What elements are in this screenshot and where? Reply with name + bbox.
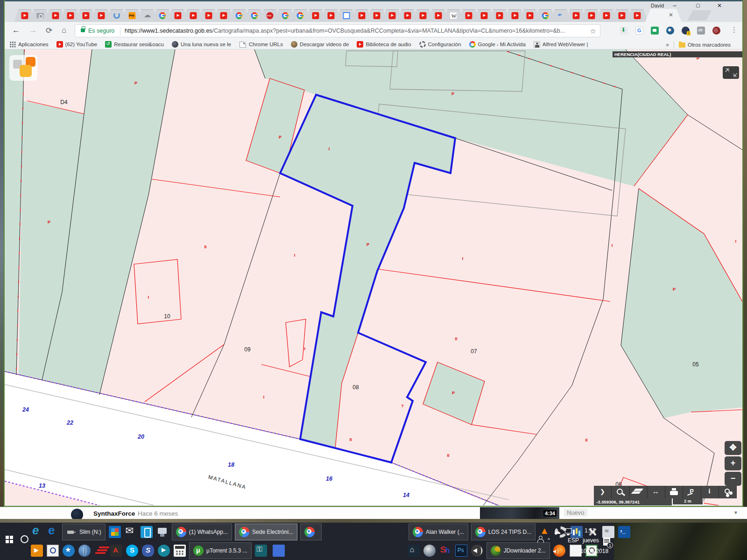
fullscreen-button[interactable]	[723, 66, 739, 79]
people-icon[interactable]	[537, 536, 543, 542]
taskbar-icon-stairs[interactable]	[94, 545, 106, 557]
map-tool-print[interactable]	[665, 486, 683, 498]
map-tool-layers[interactable]	[630, 486, 648, 498]
minimize-button[interactable]: –	[671, 2, 678, 9]
bookmark-biblioteca-de-audio[interactable]: Biblioteca de audio	[357, 41, 411, 48]
yt-icon	[56, 41, 63, 48]
taskbar-icon-searchdoc[interactable]	[47, 545, 59, 557]
pan-button[interactable]: ✥	[725, 441, 741, 455]
globe-warning-extension-icon[interactable]	[682, 27, 690, 35]
folder-icon	[679, 42, 685, 48]
tray-date[interactable]: 10/05/2018	[580, 548, 608, 554]
taskbar-button-chrome[interactable]	[300, 524, 322, 540]
bookmark-star-icon[interactable]: ☆	[590, 27, 596, 35]
display-icon[interactable]	[565, 528, 572, 533]
scrollbar-arrow-icon[interactable]: ▼	[733, 510, 738, 515]
taskbar-icon-edge[interactable]	[47, 526, 59, 538]
home-icon[interactable]: ⌂	[62, 26, 66, 35]
volume-icon[interactable]: ◄)	[552, 548, 559, 554]
map-label-?: ?	[303, 347, 306, 351]
profile-name: David	[651, 3, 664, 8]
person-icon	[534, 41, 540, 48]
taskbar-button--1-whatsapp-[interactable]: (1) WhatsApp...	[172, 524, 232, 540]
taskbar-icon-calc[interactable]	[174, 545, 186, 557]
url-text[interactable]: https://www1.sedecatastro.gob.es/Cartogr…	[125, 28, 587, 34]
taskbar-icon-fax[interactable]	[156, 526, 169, 538]
taskbar-icon-bank[interactable]	[408, 545, 420, 557]
bookmark-descargar-videos-de[interactable]: Descargar videos de	[291, 41, 349, 48]
bookmark-google-mi-activida[interactable]: Google - Mi Activida	[469, 41, 526, 48]
tab-close-icon[interactable]: ✕	[669, 12, 673, 18]
taskbar-icon-mediao[interactable]	[31, 545, 43, 557]
zoom-in-button[interactable]: +	[725, 456, 741, 470]
cortana-button[interactable]	[21, 535, 28, 543]
map-tool-info[interactable]	[701, 486, 719, 498]
taskbar-icon-phone[interactable]	[141, 526, 153, 538]
zoom-out-button[interactable]: −	[725, 472, 741, 486]
start-button[interactable]	[6, 536, 13, 543]
maximize-button[interactable]: ▢	[695, 2, 701, 9]
taskbar-button-los-24-tips-d-[interactable]: LOS 24 TIPS D...	[471, 524, 536, 540]
taskbar-icon-psd[interactable]	[455, 545, 467, 557]
reload-icon[interactable]: ⟳	[46, 26, 52, 35]
taskbar-icon-globe2[interactable]	[78, 545, 91, 557]
taskbar-icon-ie[interactable]	[31, 526, 43, 538]
taskbar-icon-mail[interactable]	[125, 526, 137, 538]
translate-extension-icon[interactable]	[635, 27, 643, 35]
bookmark-una-luna-nueva-se-le[interactable]: Una luna nueva se le	[172, 41, 231, 48]
taskbar-icon-star[interactable]	[63, 545, 75, 557]
taskbar-icon-mega[interactable]	[471, 545, 483, 557]
taskbar-icon-store[interactable]	[109, 526, 121, 538]
taskbar-icon-ps1[interactable]	[618, 526, 630, 538]
bookmark--62-youtube[interactable]: (62) YouTube	[56, 41, 98, 48]
taskbar-icon-sh[interactable]	[439, 545, 451, 557]
taskbar-icon-gearth[interactable]	[423, 545, 436, 557]
bookmark-chrome-urls[interactable]: Chrome URLs	[239, 42, 283, 48]
address-bar[interactable]: Es seguro https://www1.sedecatastro.gob.…	[75, 24, 600, 37]
taskbar-button-sede-electr-ni-[interactable]: Sede Electróni...	[235, 524, 297, 540]
taskbar-icon-skype[interactable]	[126, 545, 138, 557]
map-tool-pos[interactable]	[683, 486, 701, 498]
taskbar-icon-key[interactable]	[255, 545, 267, 557]
bookmark-configuraci-n[interactable]: Configuración	[419, 41, 461, 48]
bookmark-aplicaciones[interactable]: Aplicaciones	[9, 41, 49, 48]
map-label-P: P	[673, 287, 676, 292]
map-tool-resize[interactable]	[648, 486, 665, 498]
taskbar-button--torrent-3-5-3-[interactable]: µTorrent 3.5.3 ...	[189, 542, 252, 559]
arrow-down-extension-icon[interactable]	[620, 27, 628, 35]
language-indicator[interactable]: ESP	[568, 537, 579, 544]
close-button[interactable]: ✕	[716, 2, 723, 9]
cadastral-map[interactable]: D410090807050624222018161314PPPPPPPPIIII…	[5, 49, 742, 505]
taskbar-button-alan-walker-[interactable]: Alan Walker (...	[409, 524, 468, 540]
onedrive-icon[interactable]: ☁	[554, 527, 561, 536]
map-tool-set[interactable]	[719, 486, 737, 498]
camera-extension-icon[interactable]	[651, 27, 659, 35]
other-bookmarks-label[interactable]: Otros marcadores	[688, 42, 731, 48]
taskbar-icon-sams[interactable]	[142, 545, 154, 557]
video-thumbnail[interactable]: 4:34	[480, 507, 559, 519]
new-tab-button[interactable]	[687, 10, 712, 21]
back-icon[interactable]: ←	[12, 26, 20, 35]
js-extension-icon[interactable]	[697, 27, 705, 35]
adblock-extension-icon[interactable]	[712, 27, 720, 35]
map-tool-search[interactable]	[612, 486, 629, 498]
bookmark-restaurar-sesi-oacu[interactable]: Restaurar sesi&oacu	[105, 41, 164, 48]
bookmark-alfred-webviewer-[interactable]: Alfred WebViewer |	[534, 41, 588, 48]
taskbar-icon-acrobat[interactable]	[110, 545, 122, 557]
catastro-logo[interactable]	[9, 55, 37, 81]
taskbar-button-slim-n-[interactable]: Slim (N:)	[62, 524, 106, 540]
bookmarks-overflow-icon[interactable]: »	[666, 42, 669, 48]
tray-clock[interactable]: 1:51	[585, 527, 595, 534]
map-tool-chev[interactable]	[594, 486, 612, 498]
taskbar-icon-bluep[interactable]	[273, 545, 285, 557]
background-window-strip: SynthaxForce Hace 6 meses 4:34 Nuevo ▼	[0, 507, 747, 519]
title-bar[interactable]: David – ▢ ✕	[5, 0, 742, 8]
browser-menu-icon[interactable]: ⋮	[731, 26, 738, 34]
taskbar-icon-playt[interactable]	[158, 545, 170, 557]
forward-icon[interactable]: →	[29, 26, 37, 35]
circle-extension-icon[interactable]	[666, 27, 674, 35]
active-tab[interactable]: ✕	[645, 9, 682, 22]
channel-name[interactable]: SynthaxForce	[93, 510, 135, 517]
tray-expand-icon[interactable]: ^	[548, 538, 550, 543]
tab-yt[interactable]	[627, 9, 648, 22]
